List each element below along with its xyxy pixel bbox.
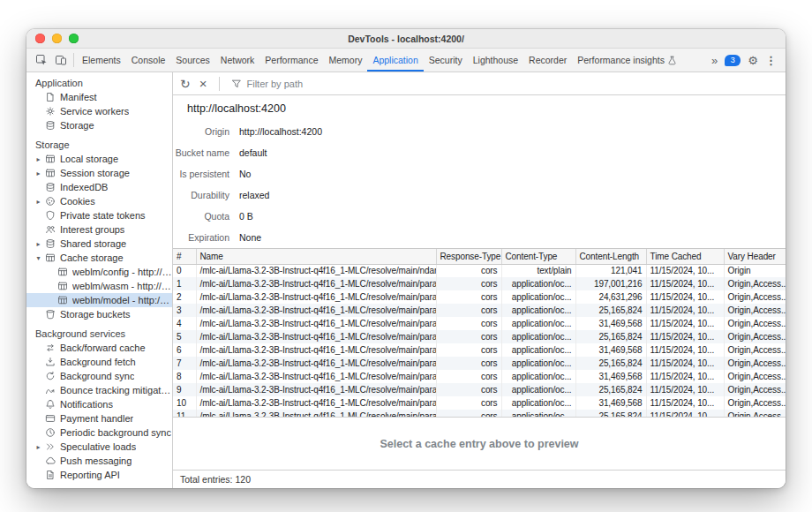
tab-application[interactable]: Application: [367, 49, 423, 72]
sidebar-item-storage-buckets[interactable]: Storage buckets: [26, 307, 172, 321]
tab-label: Security: [429, 55, 462, 65]
tab-console[interactable]: Console: [126, 49, 171, 72]
cell-response_type: cors: [436, 317, 501, 330]
tab-security[interactable]: Security: [424, 49, 468, 72]
cell-content_type: application/oc...: [501, 304, 575, 317]
sidebar-item-background-sync[interactable]: Background sync: [26, 369, 172, 383]
sidebar-item-local-storage[interactable]: ▸Local storage: [26, 152, 172, 166]
sidebar-item-weblm-wasm-http-loca[interactable]: weblm/wasm - http://loca...: [26, 279, 172, 293]
kebab-menu-icon[interactable]: [765, 54, 777, 67]
sidebar-item-speculative-loads[interactable]: ▸Speculative loads: [26, 440, 172, 454]
cache-entry-row-1[interactable]: 1/mlc-ai/Llama-3.2-3B-Instruct-q4f16_1-M…: [173, 277, 786, 290]
chevron-right-icon[interactable]: ▸: [34, 155, 43, 163]
sidebar-item-storage[interactable]: Storage: [26, 118, 172, 132]
sidebar-item-session-storage[interactable]: ▸Session storage: [26, 166, 172, 180]
sidebar-item-interest-groups[interactable]: Interest groups: [26, 222, 172, 237]
settings-gear-icon[interactable]: [748, 54, 758, 67]
cache-entry-row-7[interactable]: 7/mlc-ai/Llama-3.2-3B-Instruct-q4f16_1-M…: [173, 357, 786, 370]
column-header-[interactable]: #: [173, 249, 196, 264]
sidebar-item-reporting-api[interactable]: Reporting API: [26, 468, 172, 482]
cache-entry-row-11[interactable]: 11/mlc-ai/Llama-3.2-3B-Instruct-q4f16_1-…: [173, 410, 786, 417]
console-messages-badge[interactable]: 3: [725, 55, 741, 66]
sidebar-item-periodic-background-sync[interactable]: Periodic background sync: [26, 425, 172, 440]
cache-entry-row-9[interactable]: 9/mlc-ai/Llama-3.2-3B-Instruct-q4f16_1-M…: [173, 383, 786, 396]
chevron-right-icon[interactable]: ▸: [34, 240, 43, 248]
cache-entry-row-3[interactable]: 3/mlc-ai/Llama-3.2-3B-Instruct-q4f16_1-M…: [173, 304, 786, 317]
tab-network[interactable]: Network: [215, 49, 260, 72]
filter-input[interactable]: Filter by path: [231, 79, 304, 89]
preview-pane: Select a cache entry above to preview: [173, 417, 786, 470]
sidebar-item-label: weblm/config - http://loc...: [72, 267, 172, 277]
zoom-button[interactable]: [69, 34, 79, 43]
cache-entry-row-0[interactable]: 0/mlc-ai/Llama-3.2-3B-Instruct-q4f16_1-M…: [173, 264, 786, 277]
inspect-element-button[interactable]: [32, 51, 51, 69]
sidebar-item-push-messaging[interactable]: Push messaging: [26, 454, 172, 468]
cell-time_cached: 11/15/2024, 10...: [646, 264, 724, 277]
sidebar-item-manifest[interactable]: Manifest: [26, 90, 172, 104]
cell-time_cached: 11/15/2024, 10...: [646, 317, 724, 330]
field-value: http://localhost:4200: [239, 126, 322, 137]
cache-entry-row-5[interactable]: 5/mlc-ai/Llama-3.2-3B-Instruct-q4f16_1-M…: [173, 330, 786, 343]
tab-performance[interactable]: Performance: [259, 49, 323, 72]
cache-entry-row-6[interactable]: 6/mlc-ai/Llama-3.2-3B-Instruct-q4f16_1-M…: [173, 343, 786, 357]
toolbar-divider: [219, 77, 220, 91]
minimize-button[interactable]: [52, 34, 62, 43]
cache-entry-row-4[interactable]: 4/mlc-ai/Llama-3.2-3B-Instruct-q4f16_1-M…: [173, 317, 786, 330]
cache-origin-title: http://localhost:4200: [173, 95, 786, 121]
sidebar-item-background-fetch[interactable]: Background fetch: [26, 355, 172, 369]
chevron-right-icon[interactable]: ▸: [34, 169, 43, 177]
sidebar-item-payment-handler[interactable]: Payment handler: [26, 411, 172, 425]
column-header-content-length[interactable]: Content-Length: [575, 249, 646, 264]
sidebar-item-notifications[interactable]: Notifications: [26, 397, 172, 411]
clear-icon[interactable]: [199, 76, 207, 92]
cell-vary: Origin,Access...: [724, 317, 786, 330]
column-header-name[interactable]: Name: [196, 249, 436, 264]
tab-recorder[interactable]: Recorder: [523, 49, 572, 72]
cell-name: /mlc-ai/Llama-3.2-3B-Instruct-q4f16_1-ML…: [196, 343, 436, 357]
tab-lighthouse[interactable]: Lighthouse: [468, 49, 523, 72]
column-header-vary-header[interactable]: Vary Header: [724, 249, 786, 264]
cell-content_type: application/oc...: [501, 343, 575, 357]
grid-icon: [43, 154, 56, 164]
chevron-right-icon[interactable]: ▸: [34, 443, 43, 451]
sidebar-item-service-workers[interactable]: Service workers: [26, 104, 172, 118]
column-header-response-type[interactable]: Response-Type: [436, 249, 501, 264]
tab-strip: ElementsConsoleSourcesNetworkPerformance…: [77, 49, 682, 72]
sidebar-item-cookies[interactable]: ▸Cookies: [26, 194, 172, 208]
sidebar-section-title: Storage: [26, 137, 172, 152]
cache-entry-row-8[interactable]: 8/mlc-ai/Llama-3.2-3B-Instruct-q4f16_1-M…: [173, 370, 786, 383]
tab-elements[interactable]: Elements: [77, 49, 126, 72]
close-button[interactable]: [35, 34, 45, 43]
sidebar-item-private-state-tokens[interactable]: Private state tokens: [26, 208, 172, 222]
chevron-right-icon[interactable]: ▸: [34, 198, 43, 206]
cache-entry-row-10[interactable]: 10/mlc-ai/Llama-3.2-3B-Instruct-q4f16_1-…: [173, 396, 786, 410]
refresh-icon[interactable]: [180, 76, 191, 92]
sidebar-section-background-services: Background servicesBack/forward cacheBac…: [26, 326, 172, 482]
column-header-content-type[interactable]: Content-Type: [501, 249, 575, 264]
cache-entries-grid: #NameResponse-TypeContent-TypeContent-Le…: [173, 248, 786, 417]
sidebar-item-cache-storage[interactable]: ▾Cache storage: [26, 251, 172, 265]
tab-performance-insights[interactable]: Performance insights: [572, 49, 682, 72]
cell-name: /mlc-ai/Llama-3.2-3B-Instruct-q4f16_1-ML…: [196, 304, 436, 317]
sidebar-item-indexeddb[interactable]: IndexedDB: [26, 180, 172, 194]
chevron-down-icon[interactable]: ▾: [34, 254, 43, 262]
sidebar-item-bounce-tracking-mitigations[interactable]: Bounce tracking mitigations: [26, 383, 172, 397]
bounce-icon: [43, 385, 56, 395]
device-toolbar-button[interactable]: [51, 51, 71, 69]
more-tabs-icon[interactable]: [711, 54, 718, 67]
toolbar-divider: [73, 53, 74, 67]
sidebar-item-back-forward-cache[interactable]: Back/forward cache: [26, 341, 172, 355]
cache-entry-row-2[interactable]: 2/mlc-ai/Llama-3.2-3B-Instruct-q4f16_1-M…: [173, 290, 786, 304]
sidebar-item-weblm-config-http-loc[interactable]: weblm/config - http://loc...: [26, 265, 172, 279]
sidebar-item-weblm-model-http-loc[interactable]: weblm/model - http://loc...: [26, 293, 172, 307]
tab-sources[interactable]: Sources: [170, 49, 215, 72]
cell-content_type: application/oc...: [501, 410, 575, 417]
sync-icon: [43, 371, 56, 381]
sidebar-item-shared-storage[interactable]: ▸Shared storage: [26, 237, 172, 251]
interest-icon: [43, 224, 56, 235]
field-label: Origin: [173, 126, 229, 137]
column-header-time-cached[interactable]: Time Cached: [646, 249, 724, 264]
sidebar-item-label: Bounce tracking mitigations: [60, 385, 172, 395]
shared-icon: [43, 238, 56, 249]
tab-memory[interactable]: Memory: [323, 49, 367, 72]
